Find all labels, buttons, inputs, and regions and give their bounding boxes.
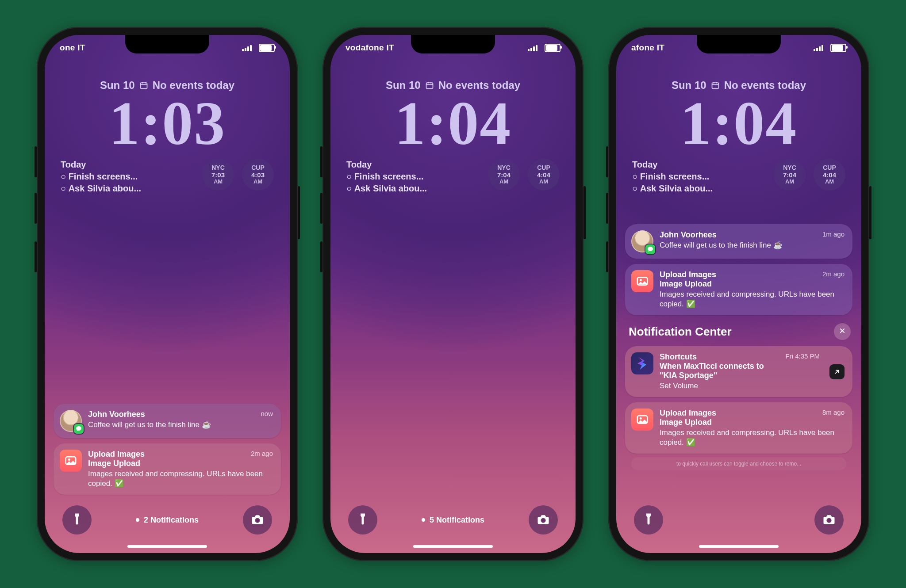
flashlight-icon <box>642 512 655 527</box>
reminders-item: Finish screens... <box>632 171 713 183</box>
home-indicator[interactable] <box>413 545 493 548</box>
world-clock-city: NYC <box>211 164 225 171</box>
notification-app-name: Upload Images <box>660 409 716 418</box>
world-clock-ampm: AM <box>499 179 508 185</box>
svg-rect-6 <box>712 83 718 88</box>
carrier-label: afone IT <box>631 43 664 53</box>
reminders-widget[interactable]: TodayFinish screens...Ask Silvia abou... <box>61 159 141 195</box>
svg-point-11 <box>828 519 831 522</box>
home-indicator[interactable] <box>127 545 207 548</box>
lock-screen[interactable]: one ITSun 10No events today1:03TodayFini… <box>45 35 290 553</box>
notification-count[interactable]: 5 Notifications <box>422 515 484 525</box>
flashlight-button[interactable] <box>62 505 92 535</box>
battery-icon <box>830 44 846 52</box>
notification-center-header: Notification Center <box>625 321 852 341</box>
world-clock[interactable]: NYC7:04AM <box>774 159 806 191</box>
svg-point-8 <box>640 279 642 281</box>
world-clock-time: 4:03 <box>251 171 265 179</box>
world-clock-ampm: AM <box>785 179 794 185</box>
reminders-item: Ask Silvia abou... <box>346 183 427 195</box>
notification-timestamp: 2m ago <box>251 450 273 468</box>
calendar-icon <box>711 81 720 90</box>
photo-app-icon <box>60 450 82 472</box>
notification-stack[interactable]: John VoorheesnowCoffee will get us to th… <box>54 404 281 495</box>
notification-card[interactable]: Upload ImagesImage Upload2m agoImages re… <box>54 443 281 495</box>
close-icon <box>839 327 846 336</box>
world-clock[interactable]: NYC7:03AM <box>202 159 234 191</box>
world-clock-time: 4:04 <box>537 171 550 179</box>
svg-point-10 <box>640 417 642 420</box>
notification-timestamp: 8m ago <box>822 409 845 427</box>
reminders-widget[interactable]: TodayFinish screens...Ask Silvia abou... <box>632 159 713 195</box>
status-bar: afone IT <box>616 41 861 54</box>
notification-count[interactable]: 2 Notifications <box>136 515 199 525</box>
camera-icon <box>537 512 550 527</box>
battery-icon <box>259 44 275 52</box>
world-clock-city: CUP <box>823 164 836 171</box>
lock-screen[interactable]: afone ITSun 10No events today1:04TodayFi… <box>616 35 861 553</box>
flashlight-button[interactable] <box>634 505 663 535</box>
notification-timestamp: now <box>261 410 273 419</box>
notification-body: Images received and compressing. URLs ha… <box>660 428 845 447</box>
notification-body: Images received and compressing. URLs ha… <box>88 469 273 489</box>
camera-button[interactable] <box>814 505 844 535</box>
reminders-title: Today <box>632 159 713 171</box>
camera-button[interactable] <box>243 505 272 535</box>
flashlight-button[interactable] <box>348 505 377 535</box>
world-clock-ampm: AM <box>214 179 223 185</box>
svg-point-3 <box>256 519 259 522</box>
notification-card[interactable]: John Voorhees1m agoCoffee will get us to… <box>625 224 852 259</box>
world-clocks: NYC7:04AMCUP4:04AM <box>774 159 845 191</box>
notification-body: Set Volume <box>660 381 820 391</box>
lock-screen[interactable]: vodafone ITSun 10No events today1:04Toda… <box>330 35 576 553</box>
world-clock[interactable]: CUP4:03AM <box>242 159 274 191</box>
messages-badge-icon <box>75 425 82 432</box>
reminders-widget[interactable]: TodayFinish screens...Ask Silvia abou... <box>346 159 427 195</box>
world-clock-city: NYC <box>783 164 796 171</box>
calendar-icon <box>139 81 148 90</box>
notification-card[interactable]: Upload ImagesImage Upload2m agoImages re… <box>625 264 852 315</box>
svg-point-5 <box>542 519 545 522</box>
notification-stack[interactable]: John Voorhees1m agoCoffee will get us to… <box>625 224 852 470</box>
flashlight-icon <box>70 512 84 527</box>
home-indicator[interactable] <box>699 545 779 548</box>
notification-ghost: to quickly call users can toggle and cho… <box>631 457 846 470</box>
world-clock[interactable]: CUP4:04AM <box>528 159 560 191</box>
notification-subtitle: Image Upload <box>660 418 716 427</box>
status-bar: one IT <box>45 41 290 54</box>
notification-subtitle: Image Upload <box>660 279 716 289</box>
clock-time: 1:03 <box>45 92 290 154</box>
notification-timestamp: Fri 4:35 PM <box>785 352 820 380</box>
notification-app-name: Shortcuts <box>660 352 781 362</box>
photo-app-icon <box>631 409 653 431</box>
svg-rect-0 <box>140 83 147 88</box>
reminders-item: Ask Silvia abou... <box>61 183 141 195</box>
reminders-item: Finish screens... <box>346 171 427 183</box>
reminders-item: Finish screens... <box>61 171 141 183</box>
world-clock-time: 4:04 <box>823 171 836 179</box>
world-clock[interactable]: CUP4:04AM <box>814 159 845 191</box>
open-in-app-icon[interactable] <box>829 364 845 379</box>
widget-row: TodayFinish screens...Ask Silvia abou...… <box>45 159 290 195</box>
camera-icon <box>822 512 836 527</box>
camera-button[interactable] <box>529 505 558 535</box>
world-clock-ampm: AM <box>253 179 262 185</box>
world-clocks: NYC7:03AMCUP4:03AM <box>202 159 274 191</box>
notification-center-title: Notification Center <box>629 325 732 339</box>
notification-body: Coffee will get us to the finish line ☕️ <box>88 420 273 430</box>
notification-card[interactable]: John VoorheesnowCoffee will get us to th… <box>54 404 281 438</box>
status-bar: vodafone IT <box>330 41 576 54</box>
notification-card[interactable]: Upload ImagesImage Upload8m agoImages re… <box>625 402 852 454</box>
phone-frame: afone ITSun 10No events today1:04TodayFi… <box>608 27 869 561</box>
world-clock[interactable]: NYC7:04AM <box>488 159 520 191</box>
world-clock-time: 7:04 <box>783 171 796 179</box>
notification-timestamp: 2m ago <box>822 270 845 289</box>
clock-time: 1:04 <box>616 92 861 154</box>
lock-bottom-row: 2 Notifications <box>45 505 290 535</box>
cellular-icon <box>814 45 823 51</box>
svg-point-2 <box>68 458 70 461</box>
notification-center-close[interactable] <box>834 323 851 340</box>
shortcuts-app-icon <box>631 352 653 374</box>
world-clock-city: CUP <box>537 164 550 171</box>
notification-card[interactable]: ShortcutsWhen MaxTicci connects to "KIA … <box>625 346 852 397</box>
